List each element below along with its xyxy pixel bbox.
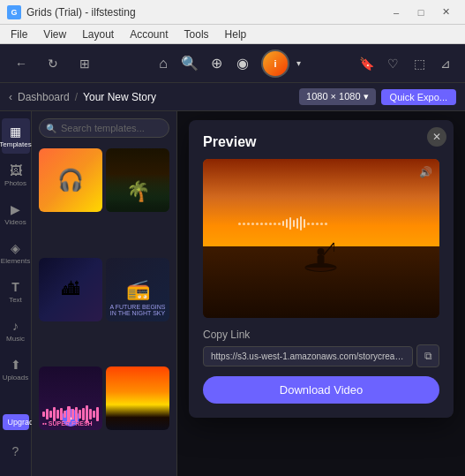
videos-label: Videos bbox=[4, 218, 26, 226]
grid-icon: ⊞ bbox=[79, 57, 90, 71]
breadcrumb-right: 1080 × 1080 ▾ Quick Expo... bbox=[299, 88, 456, 105]
copy-link-input[interactable] bbox=[203, 346, 413, 366]
text-label: Text bbox=[9, 296, 22, 304]
menu-account[interactable]: Account bbox=[123, 26, 175, 42]
headphones-icon: 🎧 bbox=[57, 168, 84, 193]
sidebar-item-videos[interactable]: ▶ Videos bbox=[2, 196, 30, 231]
forward-button[interactable]: ↻ bbox=[41, 51, 65, 76]
location-icon[interactable]: ◉ bbox=[231, 52, 254, 75]
template-thumb[interactable]: 🎧 bbox=[39, 148, 102, 212]
title-bar: G Grids (Trial) - ilfstesting – □ ✕ bbox=[0, 0, 465, 25]
help-icon: ? bbox=[12, 444, 19, 458]
templates-icon: ▦ bbox=[10, 125, 21, 139]
sidebar-item-templates[interactable]: ▦ Templates bbox=[2, 118, 30, 154]
search-input[interactable] bbox=[39, 118, 169, 138]
city-icon: 🏙 bbox=[39, 258, 102, 321]
uploads-icon: ⬆ bbox=[11, 358, 21, 372]
quick-export-button[interactable]: Quick Expo... bbox=[381, 89, 456, 105]
forward-icon: ↻ bbox=[48, 57, 58, 71]
app-icon: G bbox=[7, 5, 21, 19]
toolbar-right: 🔖 ♡ ⬚ ⊿ bbox=[356, 53, 456, 74]
toolbar: ← ↻ ⊞ ⌂ 🔍 ⊕ ◉ i ▾ 🔖 ♡ ⬚ ⊿ bbox=[0, 44, 465, 83]
copy-icon: ⧉ bbox=[424, 350, 432, 362]
profile-dropdown[interactable]: ▾ bbox=[296, 58, 301, 68]
breadcrumb-dashboard[interactable]: Dashboard bbox=[18, 91, 70, 103]
text-icon: T bbox=[11, 280, 19, 294]
home-icon[interactable]: ⌂ bbox=[152, 52, 175, 75]
sidebar-item-music[interactable]: ♪ Music bbox=[2, 313, 30, 348]
back-icon: ← bbox=[15, 57, 27, 71]
videos-icon: ▶ bbox=[11, 202, 20, 216]
fishing-scene bbox=[203, 159, 439, 318]
svg-point-0 bbox=[318, 248, 325, 255]
heart-icon[interactable]: ♡ bbox=[382, 53, 403, 74]
sidebar-item-text[interactable]: T Text bbox=[2, 274, 30, 309]
back-button[interactable]: ← bbox=[9, 51, 34, 76]
menu-help[interactable]: Help bbox=[218, 26, 254, 42]
music-label: Music bbox=[6, 335, 25, 343]
template-thumb[interactable]: 📻 A FUTURE BEGINS IN THE NIGHT SKY bbox=[106, 258, 169, 321]
sidebar-item-photos[interactable]: 🖼 Photos bbox=[2, 157, 30, 193]
photos-label: Photos bbox=[4, 179, 26, 187]
copy-link-section: Copy Link ⧉ bbox=[203, 329, 439, 367]
super-fresh-label: •• SUPER.FRESH bbox=[42, 420, 93, 427]
search-icon: 🔍 bbox=[46, 124, 56, 133]
menu-tools[interactable]: Tools bbox=[177, 26, 216, 42]
template-thumb[interactable]: ▶ bbox=[39, 366, 102, 430]
sidebar-bottom: Upgrade ? bbox=[2, 414, 30, 469]
copy-link-label: Copy Link bbox=[203, 329, 439, 341]
upgrade-button[interactable]: Upgrade bbox=[3, 414, 29, 430]
modal-close-button[interactable]: ✕ bbox=[427, 127, 446, 147]
palm-icon: 🌴 bbox=[126, 180, 150, 203]
title-bar-left: G Grids (Trial) - ilfstesting bbox=[7, 5, 136, 19]
template-thumb[interactable]: 🌴 bbox=[106, 148, 169, 212]
modal-title: Preview bbox=[203, 134, 439, 150]
close-button[interactable]: ✕ bbox=[433, 4, 458, 21]
minimize-button[interactable]: – bbox=[384, 4, 409, 21]
template-caption: A FUTURE BEGINS IN THE NIGHT SKY bbox=[109, 304, 166, 316]
maximize-button[interactable]: □ bbox=[409, 4, 433, 21]
breadcrumb-current: Your New Story bbox=[83, 91, 156, 103]
main-content: ▦ Templates 🖼 Photos ▶ Videos ◈ Elements… bbox=[0, 111, 465, 476]
bookmark-icon[interactable]: 🔖 bbox=[356, 53, 377, 74]
modal-overlay: ✕ Preview bbox=[177, 111, 465, 476]
add-icon[interactable]: ⊕ bbox=[205, 52, 228, 75]
title-bar-controls: – □ ✕ bbox=[384, 4, 458, 21]
toolbar-center: ⌂ 🔍 ⊕ ◉ i ▾ bbox=[104, 49, 349, 78]
filter-icon[interactable]: ⊿ bbox=[435, 53, 456, 74]
breadcrumb-separator: / bbox=[75, 91, 78, 103]
download-video-button[interactable]: Download Video bbox=[203, 376, 439, 404]
copy-button[interactable]: ⧉ bbox=[416, 344, 439, 367]
template-thumb[interactable] bbox=[106, 366, 169, 430]
templates-panel: 🔍 🎧 🌴 🏙 📻 A FUTURE BEGINS IN THE NIGHT S… bbox=[32, 111, 177, 476]
profile-icon: i bbox=[274, 58, 276, 69]
breadcrumb-bar: ‹ Dashboard / Your New Story 1080 × 1080… bbox=[0, 83, 465, 111]
audio-icon: 🔊 bbox=[419, 166, 432, 178]
search-box: 🔍 bbox=[39, 118, 169, 138]
sidebar-help[interactable]: ? bbox=[2, 434, 30, 469]
template-thumb[interactable]: 🏙 bbox=[39, 258, 102, 321]
elements-icon: ◈ bbox=[11, 241, 20, 255]
size-button[interactable]: 1080 × 1080 ▾ bbox=[299, 88, 376, 105]
sidebar-item-uploads[interactable]: ⬆ Uploads bbox=[2, 351, 30, 387]
nav-icons: ⌂ 🔍 ⊕ ◉ bbox=[152, 52, 254, 75]
templates-grid: 🎧 🌴 🏙 📻 A FUTURE BEGINS IN THE NIGHT SKY… bbox=[32, 145, 176, 476]
elements-label: Elements bbox=[1, 257, 30, 265]
search-icon[interactable]: 🔍 bbox=[178, 52, 201, 75]
menu-file[interactable]: File bbox=[4, 26, 34, 42]
menu-view[interactable]: View bbox=[36, 26, 73, 42]
menu-bar: File View Layout Account Tools Help bbox=[0, 25, 465, 44]
svg-line-2 bbox=[324, 243, 334, 255]
menu-layout[interactable]: Layout bbox=[75, 26, 121, 42]
breadcrumb-back-icon: ‹ bbox=[9, 91, 12, 103]
modal-waveform bbox=[238, 223, 404, 224]
preview-image: 🔊 bbox=[203, 159, 439, 318]
templates-label: Templates bbox=[0, 140, 32, 148]
uploads-label: Uploads bbox=[3, 374, 28, 382]
photos-icon: 🖼 bbox=[10, 163, 22, 178]
window-title: Grids (Trial) - ilfstesting bbox=[26, 6, 136, 19]
share-icon[interactable]: ⬚ bbox=[409, 53, 430, 74]
grid-button[interactable]: ⊞ bbox=[72, 51, 97, 76]
profile-button[interactable]: i bbox=[261, 49, 289, 78]
sidebar-item-elements[interactable]: ◈ Elements bbox=[2, 235, 30, 270]
